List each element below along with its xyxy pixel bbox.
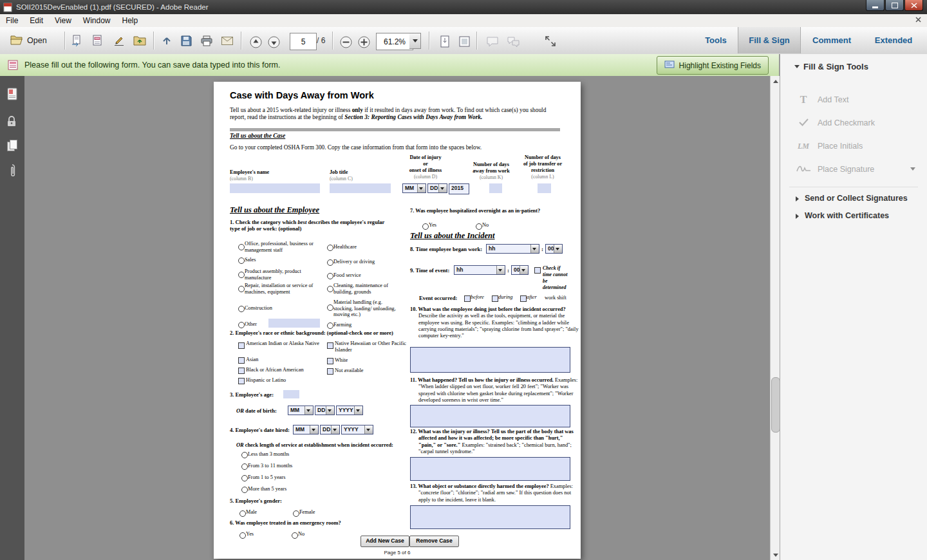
birth-year-dropdown[interactable]: YYYY: [336, 406, 363, 415]
zoom-out-button[interactable]: [337, 33, 354, 50]
injury-year-field[interactable]: 2015: [449, 183, 469, 194]
radio-er-no[interactable]: [292, 532, 298, 539]
radio-construction[interactable]: [238, 306, 245, 312]
page-thumbnails-icon[interactable]: [6, 88, 18, 100]
event-minute-dropdown[interactable]: 00: [511, 265, 529, 275]
send-collect-signatures-section[interactable]: Send or Collect Signatures: [805, 194, 908, 203]
minimize-button[interactable]: [866, 0, 885, 11]
event-hour-dropdown[interactable]: hh: [454, 265, 505, 275]
dropdown-arrow-icon[interactable]: [310, 425, 318, 434]
injury-day-dropdown[interactable]: DD: [427, 183, 447, 193]
radio-other[interactable]: [238, 322, 245, 328]
checkbox-white[interactable]: [327, 358, 333, 364]
hired-month-dropdown[interactable]: MM: [293, 425, 319, 434]
tab-extended[interactable]: Extended: [863, 27, 924, 53]
panel-title[interactable]: Fill & Sign Tools: [803, 62, 868, 71]
scroll-up-button[interactable]: [771, 76, 780, 86]
save-button[interactable]: [178, 32, 194, 49]
radio-er-yes[interactable]: [239, 532, 246, 539]
radio-female[interactable]: [293, 510, 299, 517]
form-fill-button[interactable]: [89, 32, 106, 49]
injury-month-dropdown[interactable]: MM: [402, 183, 426, 193]
dropdown-arrow-icon[interactable]: [331, 425, 339, 434]
checkbox-not-available[interactable]: [327, 368, 333, 375]
radio-cleaning[interactable]: [327, 286, 333, 292]
attachments-paperclip-icon[interactable]: [8, 163, 16, 179]
collapse-caret-icon[interactable]: [794, 65, 800, 68]
dropdown-arrow-icon[interactable]: [304, 406, 313, 415]
scrollbar-thumb[interactable]: [771, 377, 780, 433]
fit-page-button[interactable]: [456, 33, 473, 50]
menu-view[interactable]: View: [49, 14, 77, 27]
hired-year-dropdown[interactable]: YYYY: [341, 425, 373, 434]
highlight-fields-button[interactable]: Highlight Existing Fields: [657, 56, 769, 75]
checkbox-hispanic[interactable]: [238, 378, 245, 384]
work-start-minute-dropdown[interactable]: 00: [545, 244, 563, 254]
checkbox-american-indian[interactable]: [238, 342, 245, 349]
pages-icon[interactable]: [6, 139, 18, 152]
add-checkmark-tool[interactable]: Add Checkmark: [796, 116, 875, 130]
menu-edit[interactable]: Edit: [24, 14, 49, 27]
radio-repair[interactable]: [238, 286, 245, 292]
q11-answer-field[interactable]: [410, 405, 570, 427]
zoom-in-button[interactable]: [355, 33, 372, 50]
place-initials-tool[interactable]: LM Place Initials: [796, 139, 863, 153]
previous-page-button[interactable]: [247, 33, 264, 50]
radio-material-handling[interactable]: [327, 304, 333, 311]
days-away-field[interactable]: [489, 183, 502, 193]
dropdown-arrow-icon[interactable]: [496, 266, 505, 274]
expand-caret-icon[interactable]: [796, 214, 799, 219]
scroll-down-button[interactable]: [771, 550, 780, 560]
fullscreen-button[interactable]: [542, 33, 559, 50]
open-button[interactable]: Open: [5, 32, 52, 50]
checkbox-before-shift[interactable]: [464, 295, 471, 302]
zoom-level-input[interactable]: [376, 33, 413, 50]
checkbox-asian[interactable]: [238, 357, 245, 364]
radio-less-3-months[interactable]: [241, 452, 248, 458]
radio-product-assembly[interactable]: [238, 272, 245, 278]
dropdown-arrow-icon[interactable]: [326, 406, 334, 415]
checkbox-after-shift[interactable]: [520, 295, 527, 302]
tab-comment[interactable]: Comment: [803, 27, 860, 53]
work-start-hour-dropdown[interactable]: hh: [486, 244, 539, 254]
q10-answer-field[interactable]: [410, 347, 570, 373]
radio-delivery[interactable]: [327, 259, 333, 266]
checkbox-time-undetermined[interactable]: [534, 267, 541, 274]
page-number-input[interactable]: [290, 33, 317, 50]
q13-answer-field[interactable]: [410, 505, 570, 529]
menu-help[interactable]: Help: [117, 14, 144, 27]
radio-farming[interactable]: [327, 322, 333, 329]
dropdown-arrow-icon[interactable]: [520, 266, 528, 274]
comment-bubble-button[interactable]: [484, 33, 501, 50]
transfer-days-field[interactable]: [538, 183, 551, 193]
radio-sales[interactable]: [238, 257, 245, 264]
add-text-tool[interactable]: T Add Text: [796, 93, 848, 107]
remove-case-button[interactable]: Remove Case: [409, 536, 459, 547]
tab-fill-sign[interactable]: Fill & Sign: [738, 27, 801, 53]
dropdown-arrow-icon[interactable]: [554, 245, 562, 253]
radio-more-5-years[interactable]: [241, 487, 248, 493]
checkbox-native-hawaiian[interactable]: [327, 342, 333, 349]
scroll-mode-button[interactable]: [436, 33, 453, 50]
checkbox-during-shift[interactable]: [492, 295, 498, 302]
other-job-field[interactable]: [268, 319, 320, 328]
job-title-field[interactable]: [330, 183, 391, 193]
menu-window[interactable]: Window: [77, 14, 117, 27]
share-folder-button[interactable]: [131, 32, 148, 49]
radio-food-service[interactable]: [327, 273, 333, 279]
birth-day-dropdown[interactable]: DD: [315, 406, 335, 415]
vertical-scrollbar[interactable]: [770, 76, 780, 560]
employee-name-field[interactable]: [230, 183, 320, 193]
radio-office[interactable]: [238, 244, 245, 250]
document-area[interactable]: Case with Days Away from Work Tell us ab…: [24, 76, 770, 560]
dropdown-arrow-icon[interactable]: [364, 425, 373, 434]
menubar-close-icon[interactable]: [915, 17, 921, 23]
close-button[interactable]: [904, 0, 923, 11]
print-button[interactable]: [198, 32, 215, 49]
add-new-case-button[interactable]: Add New Case: [360, 536, 409, 547]
dropdown-arrow-icon[interactable]: [354, 406, 362, 415]
radio-hospitalized-yes[interactable]: [422, 223, 429, 230]
work-with-certificates-section[interactable]: Work with Certificates: [805, 211, 889, 220]
hired-day-dropdown[interactable]: DD: [320, 425, 340, 434]
dropdown-arrow-icon[interactable]: [438, 184, 447, 192]
